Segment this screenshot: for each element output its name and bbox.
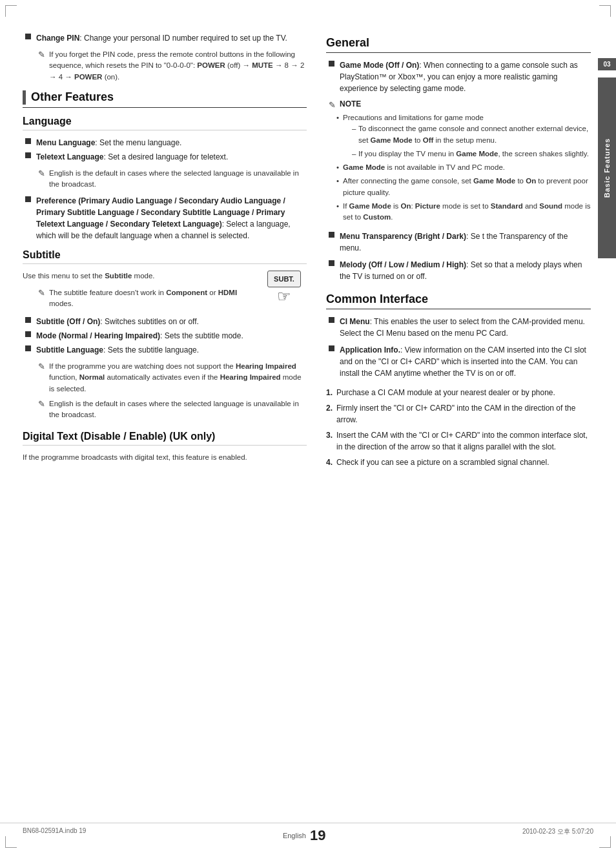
teletext-note: ✎ English is the default in cases where … — [36, 168, 307, 190]
page-lang: English — [283, 832, 306, 839]
change-pin-rest: : Change your personal ID number require… — [79, 34, 287, 43]
note-item-1: Precautions and limitations for game mod… — [336, 112, 591, 159]
note-item-2: Game Mode is not available in TV and PC … — [336, 162, 591, 173]
ci-step-1: 1. Purchase a CI CAM module at your near… — [326, 387, 591, 398]
subtitle-lang-term: Subtitle Language — [36, 345, 103, 355]
pencil-icon: ✎ — [38, 50, 45, 59]
ci-step-4: 4. Check if you can see a picture on a s… — [326, 457, 591, 468]
corner-mark-tr — [599, 5, 611, 17]
pencil-icon: ✎ — [38, 362, 45, 371]
subtitle-lang-note2: ✎ English is the default in cases where … — [36, 398, 307, 421]
ci-menu-item: CI Menu: This enables the user to select… — [326, 316, 591, 339]
bullet-sq — [25, 345, 31, 351]
change-pin-term: Change PIN — [36, 34, 79, 43]
teletext-language-text: Teletext Language: Set a desired languag… — [36, 151, 228, 163]
footer-page: English 19 — [283, 827, 326, 844]
melody-text: Melody (Off / Low / Medium / High): Set … — [340, 259, 591, 282]
pencil-icon: ✎ — [38, 288, 45, 298]
ci-step-2-text: Firmly insert the "CI or CI+ CARD" into … — [336, 402, 591, 426]
bullet-sq — [25, 317, 31, 323]
game-mode-text: Game Mode (Off / On): When connecting to… — [340, 59, 591, 94]
section-bar — [23, 90, 26, 105]
subtitle-intro-text: Use this menu to set the Subtitle mode. — [23, 272, 155, 280]
subtitle-onoff-term: Subtitle (Off / On) — [36, 317, 100, 326]
other-features-header: Other Features — [23, 90, 307, 108]
bullet-sq — [329, 345, 334, 351]
ci-step-1-text: Purchase a CI CAM module at your nearest… — [336, 387, 555, 398]
ci-numbered-list: 1. Purchase a CI CAM module at your near… — [326, 387, 591, 468]
subtitle-intro-left: Use this menu to set the Subtitle mode. … — [23, 271, 262, 313]
subtitle-mode-text: Mode (Normal / Hearing Impaired): Sets t… — [36, 330, 243, 342]
subtitle-lang-note2-text: English is the default in cases where th… — [49, 398, 307, 421]
subt-button-container: SUBT. ☞ — [262, 271, 307, 305]
note-item-4: If Game Mode is On: Picture mode is set … — [336, 201, 591, 223]
subt-button[interactable]: SUBT. — [267, 271, 301, 287]
footer-date: 2010-02-23 오후 5:07:20 — [522, 827, 593, 844]
ci-menu-text: CI Menu: This enables the user to select… — [340, 316, 591, 339]
change-pin-text: Change PIN: Change your personal ID numb… — [36, 32, 287, 44]
general-title: General — [326, 36, 591, 53]
bullet-sq — [25, 331, 31, 337]
other-features-title: Other Features — [31, 90, 114, 104]
preference-text: Preference (Primary Audio Language / Sec… — [36, 195, 307, 242]
right-column: General Game Mode (Off / On): When conne… — [326, 32, 591, 473]
note-sublist: To disconnect the game console and conne… — [352, 123, 591, 159]
ci-step-3: 3. Insert the CAM with the "CI or CI+ CA… — [326, 429, 591, 453]
bullet-sq — [25, 138, 31, 144]
bullet-sq — [25, 152, 31, 158]
bullet-sq — [25, 196, 31, 202]
menu-transparency-term: Menu Transparency (Bright / Dark) — [340, 232, 466, 241]
page-number: 19 — [310, 827, 325, 844]
bullet-square — [25, 34, 31, 39]
corner-mark-tl — [5, 5, 17, 17]
menu-transparency-item: Menu Transparency (Bright / Dark): Se t … — [326, 231, 591, 254]
left-column: Change PIN: Change your personal ID numb… — [23, 32, 307, 473]
note-subitem-2: If you display the TV menu in Game Mode,… — [352, 149, 591, 159]
bullet-sq — [329, 260, 334, 266]
game-mode-notes: Precautions and limitations for game mod… — [336, 112, 591, 223]
subtitle-lang-item: Subtitle Language: Sets the subtitle lan… — [23, 344, 307, 356]
ci-step-4-text: Check if you can see a picture on a scra… — [336, 457, 549, 468]
side-tab-number: 03 — [598, 58, 616, 70]
preference-item: Preference (Primary Audio Language / Sec… — [23, 195, 307, 242]
common-interface-title: Common Interface — [326, 293, 591, 309]
hand-icon: ☞ — [277, 287, 291, 305]
game-mode-term: Game Mode (Off / On) — [340, 61, 419, 70]
ci-step-2: 2. Firmly insert the "CI or CI+ CARD" in… — [326, 402, 591, 426]
menu-language-item: Menu Language: Set the menu language. — [23, 137, 307, 149]
app-info-item: Application Info.: View information on t… — [326, 344, 591, 379]
pencil-icon: ✎ — [38, 399, 45, 409]
subtitle-mode-item: Mode (Normal / Hearing Impaired): Sets t… — [23, 330, 307, 342]
preference-term: Preference (Primary Audio Language / Sec… — [36, 196, 285, 229]
teletext-language-term: Teletext Language — [36, 152, 103, 161]
bullet-sq — [329, 61, 334, 67]
subtitle-lang-text: Subtitle Language: Sets the subtitle lan… — [36, 344, 199, 356]
change-pin-item: Change PIN: Change your personal ID numb… — [23, 32, 307, 44]
melody-term: Melody (Off / Low / Medium / High) — [340, 260, 466, 269]
menu-language-text: Menu Language: Set the menu language. — [36, 137, 181, 149]
bullet-sq — [329, 317, 334, 323]
page-container: Basic Features Change PIN: Change your p… — [0, 0, 616, 853]
ci-menu-term: CI Menu — [340, 317, 370, 326]
main-content: Change PIN: Change your personal ID numb… — [0, 13, 616, 493]
app-info-term: Application Info. — [340, 345, 400, 355]
note-label: NOTE — [340, 99, 361, 108]
digital-text-body: If the programme broadcasts with digital… — [23, 452, 307, 463]
footer: BN68-02591A.indb 19 English 19 2010-02-2… — [0, 823, 616, 844]
teletext-language-item: Teletext Language: Set a desired languag… — [23, 151, 307, 163]
language-title: Language — [23, 116, 307, 130]
change-pin-note: ✎ If you forget the PIN code, press the … — [36, 49, 307, 83]
pencil-icon: ✎ — [329, 100, 336, 110]
bullet-sq — [329, 232, 334, 238]
app-info-text: Application Info.: View information on t… — [340, 344, 591, 379]
subtitle-note: ✎ The subtitle feature doesn't work in C… — [36, 287, 262, 310]
subtitle-onoff-item: Subtitle (Off / On): Switches subtitles … — [23, 316, 307, 327]
subtitle-intro-area: Use this menu to set the Subtitle mode. … — [23, 271, 307, 313]
subtitle-lang-note1: ✎ If the programme you are watching does… — [36, 361, 307, 395]
note-box: ✎ NOTE — [329, 99, 591, 110]
pencil-icon: ✎ — [38, 169, 45, 178]
game-mode-item: Game Mode (Off / On): When connecting to… — [326, 59, 591, 94]
subtitle-note-text: The subtitle feature doesn't work in Com… — [49, 287, 262, 310]
note-item-3: After connecting the game console, set G… — [336, 176, 591, 198]
subtitle-lang-note1-text: If the programme you are watching does n… — [49, 361, 307, 395]
